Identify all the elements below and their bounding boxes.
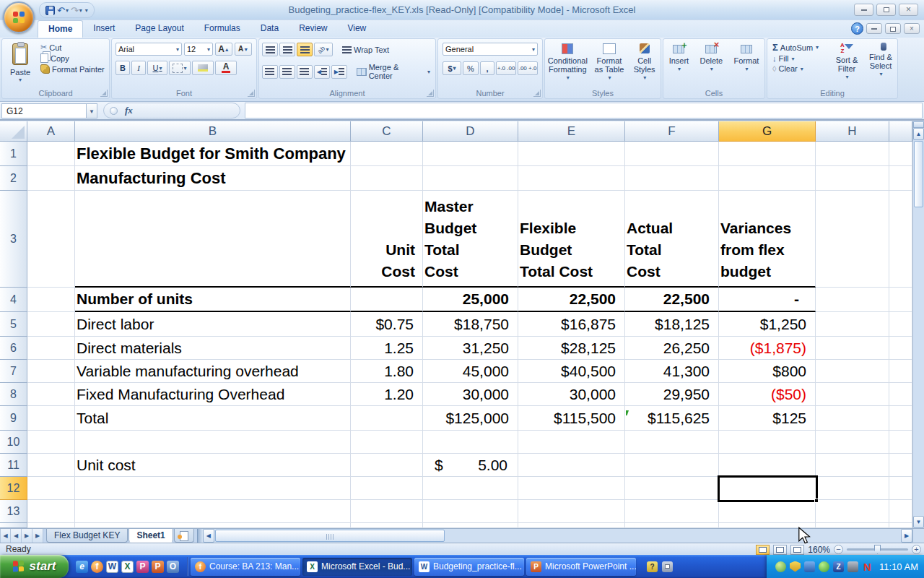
cell-H13[interactable] <box>816 500 889 523</box>
select-all-corner[interactable] <box>0 121 27 142</box>
cell-D4[interactable]: 25,000 <box>423 288 518 312</box>
font-size-combo[interactable]: 12▾ <box>184 43 213 56</box>
cell-G2[interactable] <box>719 166 816 191</box>
tool-tray-icon[interactable] <box>804 561 815 572</box>
format-as-table-button[interactable]: Format as Table▾ <box>592 43 627 87</box>
page-layout-view-button[interactable] <box>773 545 787 555</box>
vertical-scrollbar[interactable]: ▲ ▼ <box>912 121 924 528</box>
cell-B2[interactable]: Manufacturing Cost <box>75 166 351 191</box>
cell-H1[interactable] <box>816 142 889 166</box>
row-header-7[interactable]: 7 <box>0 360 27 383</box>
cell-G3[interactable]: Variances from flex budget <box>719 191 816 288</box>
column-header-G[interactable]: G <box>719 121 816 142</box>
cell-B7[interactable]: Variable manufacturing overhead <box>75 360 351 383</box>
row-header-5[interactable]: 5 <box>0 312 27 337</box>
tab-split-handle[interactable] <box>197 529 203 543</box>
vertical-scroll-track[interactable] <box>913 208 924 516</box>
cell-F13[interactable] <box>625 500 719 523</box>
cell-H7[interactable] <box>816 360 889 383</box>
cell-E4[interactable]: 22,500 <box>518 288 625 312</box>
row-header-11[interactable]: 11 <box>0 454 27 477</box>
italic-button[interactable]: I <box>131 61 146 75</box>
cell-X3[interactable] <box>889 191 912 288</box>
column-header-H[interactable]: H <box>816 121 889 142</box>
cell-E2[interactable] <box>518 166 625 191</box>
restore-button[interactable] <box>876 4 896 16</box>
zoom-in-button[interactable]: + <box>912 545 921 554</box>
close-button[interactable]: × <box>899 4 918 16</box>
cell-G6[interactable]: ($1,875) <box>719 337 816 360</box>
fill-button[interactable]: ↓Fill▾ <box>770 53 821 64</box>
cell-F2[interactable] <box>625 166 719 191</box>
row-header-3[interactable]: 3 <box>0 191 27 288</box>
vertical-split-handle[interactable] <box>913 121 924 128</box>
align-top-button[interactable] <box>262 43 278 56</box>
cell-C13[interactable] <box>351 500 423 523</box>
cell-C7[interactable]: 1.80 <box>351 360 423 383</box>
help-tray-icon[interactable]: ? <box>647 561 658 572</box>
zoom-level[interactable]: 160% <box>808 545 830 555</box>
internet-explorer-icon[interactable]: e <box>76 561 88 573</box>
horizontal-scroll-thumb[interactable] <box>215 530 445 542</box>
last-sheet-button[interactable]: ▶ <box>32 529 43 543</box>
cell-F1[interactable] <box>625 142 719 166</box>
wrap-text-button[interactable]: Wrap Text <box>340 45 391 55</box>
cell-E6[interactable]: $28,125 <box>518 337 625 360</box>
copy-button[interactable]: Copy <box>38 53 107 64</box>
find-select-button[interactable]: Find & Select▾ <box>866 43 896 82</box>
column-header-F[interactable]: F <box>625 121 719 142</box>
cell-X10[interactable] <box>889 431 912 454</box>
scroll-up-button[interactable]: ▲ <box>913 128 924 140</box>
number-format-combo[interactable]: General▾ <box>443 43 538 56</box>
next-sheet-button[interactable]: ▶ <box>22 529 32 543</box>
row-header-13[interactable]: 13 <box>0 500 27 523</box>
first-sheet-button[interactable]: ◀ <box>0 529 11 543</box>
cell-C3[interactable]: Unit Cost <box>351 191 423 288</box>
cell-D13[interactable] <box>423 500 518 523</box>
merge-center-button[interactable]: Merge & Center▾ <box>354 62 432 81</box>
cell-C11[interactable] <box>351 454 423 477</box>
comma-style-button[interactable]: , <box>480 61 494 75</box>
clear-button[interactable]: ◊Clear▾ <box>770 64 821 74</box>
horizontal-scroll-track[interactable] <box>445 529 901 543</box>
page-break-view-button[interactable] <box>790 545 804 555</box>
accounting-format-button[interactable]: $▾ <box>443 61 461 75</box>
fill-handle[interactable] <box>814 499 819 503</box>
cell-X11[interactable] <box>889 454 912 477</box>
sheet-tab-flex-budget-key[interactable]: Flex Budget KEY <box>46 529 128 543</box>
formula-input[interactable] <box>245 103 923 118</box>
cell-E3[interactable]: Flexible Budget Total Cost <box>518 191 625 288</box>
cell-X1[interactable] <box>889 142 912 166</box>
row-header-8[interactable]: 8 <box>0 383 27 406</box>
column-header-D[interactable]: D <box>423 121 518 142</box>
cell-F8[interactable]: 29,950 <box>625 383 719 406</box>
align-center-button[interactable] <box>279 65 295 79</box>
cell-H4[interactable] <box>816 288 889 312</box>
shrink-font-button[interactable]: A▼ <box>235 43 252 56</box>
cell-E11[interactable] <box>518 454 625 477</box>
cell-A4[interactable] <box>27 288 75 312</box>
alignment-dialog-launcher[interactable] <box>427 90 434 97</box>
column-header-B[interactable]: B <box>75 121 351 142</box>
excel-icon[interactable]: X <box>121 561 134 573</box>
row-header-1[interactable]: 1 <box>0 142 27 166</box>
cell-D12[interactable] <box>423 477 518 500</box>
cell-G9[interactable]: $125 <box>719 406 816 431</box>
row-header-10[interactable]: 10 <box>0 431 27 454</box>
cell-D9[interactable]: $125,000 <box>423 406 518 431</box>
cell-G13[interactable] <box>719 500 816 523</box>
borders-button[interactable]: ▾ <box>169 61 191 75</box>
cell-D8[interactable]: 30,000 <box>423 383 518 406</box>
cell-E13[interactable] <box>518 500 625 523</box>
cell-F5[interactable]: $18,125 <box>625 312 719 337</box>
cell-E12[interactable] <box>518 477 625 500</box>
vertical-scroll-thumb[interactable] <box>914 141 923 207</box>
minimize-button[interactable] <box>854 4 873 16</box>
cell-C10[interactable] <box>351 431 423 454</box>
cell-G11[interactable] <box>719 454 816 477</box>
column-header-A[interactable]: A <box>27 121 75 142</box>
cell-G1[interactable] <box>719 142 816 166</box>
row-header-6[interactable]: 6 <box>0 337 27 360</box>
help-button[interactable]: ? <box>851 22 863 35</box>
cell-G10[interactable] <box>719 431 816 454</box>
